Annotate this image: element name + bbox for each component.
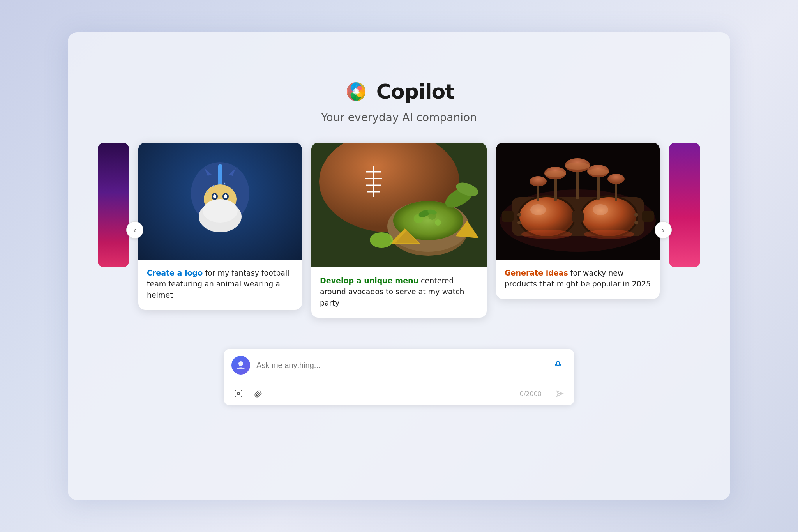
card-avocado-highlight: Develop a unique menu — [320, 276, 418, 285]
card-products-highlight: Generate ideas — [505, 269, 568, 277]
card-football[interactable]: ✦ ✦ ✦ Create a logo for my fantasy footb… — [138, 143, 302, 310]
card-football-image: ✦ ✦ ✦ — [138, 143, 302, 260]
chat-input-row — [224, 349, 574, 382]
svg-point-74 — [238, 361, 243, 366]
svg-point-55 — [517, 221, 521, 224]
card-products-image — [496, 143, 660, 260]
svg-point-53 — [517, 213, 521, 217]
mic-button[interactable] — [549, 357, 567, 374]
app-title: Copilot — [376, 80, 454, 103]
svg-rect-70 — [502, 211, 514, 222]
svg-point-65 — [587, 169, 609, 175]
chat-avatar — [231, 356, 250, 375]
svg-point-48 — [530, 204, 546, 215]
svg-point-54 — [634, 213, 638, 217]
svg-point-62 — [565, 163, 590, 170]
chat-toolbar: 0/2000 — [224, 382, 574, 405]
send-button[interactable] — [553, 387, 567, 401]
carousel-prev-button[interactable]: ‹ — [126, 221, 143, 239]
svg-rect-71 — [642, 211, 654, 222]
card-avocado[interactable]: Develop a unique menu centered around av… — [311, 143, 487, 318]
svg-point-56 — [634, 221, 638, 224]
svg-point-34 — [435, 219, 441, 226]
svg-point-0 — [353, 88, 359, 95]
svg-point-73 — [584, 230, 634, 239]
svg-point-40 — [370, 232, 393, 248]
card-products[interactable]: Generate ideas for wacky new products th… — [496, 143, 660, 299]
logo-row: Copilot — [344, 79, 454, 104]
card-avocado-image — [311, 143, 487, 267]
svg-text:✦: ✦ — [212, 184, 215, 188]
svg-point-67 — [530, 176, 547, 186]
card-avocado-text: Develop a unique menu centered around av… — [311, 267, 487, 318]
svg-point-69 — [607, 174, 625, 184]
chat-input[interactable] — [256, 361, 543, 370]
header: Copilot Your everyday AI companion — [321, 79, 477, 124]
card-partial-left — [98, 143, 129, 267]
main-window: Copilot Your everyday AI companion ‹ — [68, 32, 730, 500]
card-partial-right — [669, 143, 700, 267]
svg-text:✦: ✦ — [207, 190, 209, 193]
app-tagline: Your everyday AI companion — [321, 111, 477, 124]
mascot-svg: ✦ ✦ ✦ — [177, 150, 263, 252]
char-count: 0/2000 — [520, 390, 542, 398]
chat-area: 0/2000 — [224, 349, 574, 405]
carousel-next-button[interactable]: › — [655, 221, 672, 239]
svg-point-72 — [521, 230, 572, 239]
svg-point-78 — [237, 392, 240, 395]
attach-button[interactable] — [252, 387, 266, 401]
svg-point-14 — [203, 199, 238, 223]
carousel: ‹ — [68, 143, 730, 318]
svg-rect-75 — [557, 361, 559, 366]
svg-text:✦: ✦ — [223, 182, 226, 186]
avocado-svg — [311, 143, 487, 267]
cards-container: ✦ ✦ ✦ Create a logo for my fantasy footb… — [98, 143, 700, 318]
copilot-logo-icon — [344, 79, 369, 104]
svg-point-10 — [213, 194, 216, 198]
goggles-svg — [496, 143, 660, 260]
card-football-highlight: Create a logo — [147, 269, 203, 277]
svg-point-59 — [544, 171, 566, 177]
svg-rect-52 — [572, 211, 584, 223]
image-scan-button[interactable] — [231, 387, 245, 401]
svg-point-51 — [593, 204, 608, 215]
card-products-text: Generate ideas for wacky new products th… — [496, 260, 660, 299]
card-football-text: Create a logo for my fantasy football te… — [138, 260, 302, 310]
svg-point-11 — [224, 194, 227, 198]
